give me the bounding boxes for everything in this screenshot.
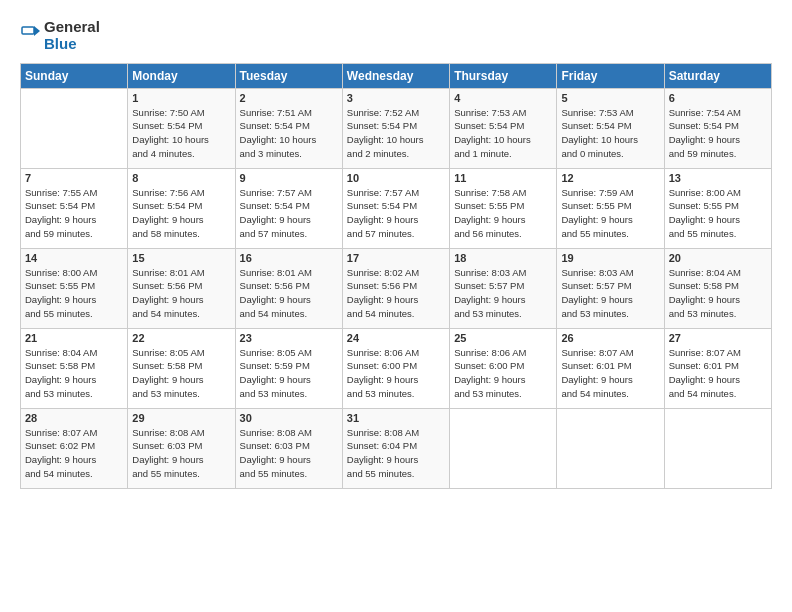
cell-content: Sunrise: 7:51 AMSunset: 5:54 PMDaylight:… (240, 106, 338, 161)
cell-content: Sunrise: 8:07 AMSunset: 6:01 PMDaylight:… (669, 346, 767, 401)
cell-content: Sunrise: 7:52 AMSunset: 5:54 PMDaylight:… (347, 106, 445, 161)
week-row-1: 1Sunrise: 7:50 AMSunset: 5:54 PMDaylight… (21, 88, 772, 168)
weekday-header-row: SundayMondayTuesdayWednesdayThursdayFrid… (21, 63, 772, 88)
cell-content: Sunrise: 8:06 AMSunset: 6:00 PMDaylight:… (347, 346, 445, 401)
daylight-text: Daylight: 9 hoursand 55 minutes. (25, 293, 123, 321)
sunset-text: Sunset: 6:01 PM (669, 359, 767, 373)
day-number: 25 (454, 332, 552, 344)
calendar-cell: 15Sunrise: 8:01 AMSunset: 5:56 PMDayligh… (128, 248, 235, 328)
week-row-3: 14Sunrise: 8:00 AMSunset: 5:55 PMDayligh… (21, 248, 772, 328)
sunset-text: Sunset: 5:54 PM (347, 199, 445, 213)
cell-content: Sunrise: 7:54 AMSunset: 5:54 PMDaylight:… (669, 106, 767, 161)
daylight-text: Daylight: 10 hoursand 4 minutes. (132, 133, 230, 161)
cell-content: Sunrise: 7:58 AMSunset: 5:55 PMDaylight:… (454, 186, 552, 241)
calendar-cell: 13Sunrise: 8:00 AMSunset: 5:55 PMDayligh… (664, 168, 771, 248)
day-number: 12 (561, 172, 659, 184)
calendar-cell (450, 408, 557, 488)
calendar-cell: 23Sunrise: 8:05 AMSunset: 5:59 PMDayligh… (235, 328, 342, 408)
daylight-text: Daylight: 9 hoursand 54 minutes. (561, 373, 659, 401)
sunset-text: Sunset: 5:54 PM (669, 119, 767, 133)
daylight-text: Daylight: 9 hoursand 54 minutes. (132, 293, 230, 321)
cell-content: Sunrise: 7:50 AMSunset: 5:54 PMDaylight:… (132, 106, 230, 161)
daylight-text: Daylight: 9 hoursand 53 minutes. (240, 373, 338, 401)
cell-content: Sunrise: 8:02 AMSunset: 5:56 PMDaylight:… (347, 266, 445, 321)
calendar-cell: 2Sunrise: 7:51 AMSunset: 5:54 PMDaylight… (235, 88, 342, 168)
sunrise-text: Sunrise: 7:51 AM (240, 106, 338, 120)
sunset-text: Sunset: 5:56 PM (240, 279, 338, 293)
weekday-header-friday: Friday (557, 63, 664, 88)
week-row-5: 28Sunrise: 8:07 AMSunset: 6:02 PMDayligh… (21, 408, 772, 488)
calendar-cell: 27Sunrise: 8:07 AMSunset: 6:01 PMDayligh… (664, 328, 771, 408)
daylight-text: Daylight: 9 hoursand 55 minutes. (669, 213, 767, 241)
daylight-text: Daylight: 9 hoursand 53 minutes. (132, 373, 230, 401)
calendar-cell: 20Sunrise: 8:04 AMSunset: 5:58 PMDayligh… (664, 248, 771, 328)
cell-content: Sunrise: 7:53 AMSunset: 5:54 PMDaylight:… (561, 106, 659, 161)
sunrise-text: Sunrise: 8:07 AM (669, 346, 767, 360)
weekday-header-thursday: Thursday (450, 63, 557, 88)
sunrise-text: Sunrise: 8:00 AM (669, 186, 767, 200)
day-number: 28 (25, 412, 123, 424)
sunrise-text: Sunrise: 7:56 AM (132, 186, 230, 200)
sunrise-text: Sunrise: 8:08 AM (132, 426, 230, 440)
cell-content: Sunrise: 7:55 AMSunset: 5:54 PMDaylight:… (25, 186, 123, 241)
day-number: 7 (25, 172, 123, 184)
day-number: 18 (454, 252, 552, 264)
daylight-text: Daylight: 10 hoursand 3 minutes. (240, 133, 338, 161)
cell-content: Sunrise: 8:08 AMSunset: 6:03 PMDaylight:… (132, 426, 230, 481)
day-number: 26 (561, 332, 659, 344)
sunrise-text: Sunrise: 8:07 AM (25, 426, 123, 440)
day-number: 4 (454, 92, 552, 104)
cell-content: Sunrise: 8:00 AMSunset: 5:55 PMDaylight:… (25, 266, 123, 321)
logo-text: General Blue (44, 18, 100, 53)
day-number: 21 (25, 332, 123, 344)
day-number: 27 (669, 332, 767, 344)
daylight-text: Daylight: 9 hoursand 54 minutes. (25, 453, 123, 481)
sunrise-text: Sunrise: 7:57 AM (240, 186, 338, 200)
week-row-4: 21Sunrise: 8:04 AMSunset: 5:58 PMDayligh… (21, 328, 772, 408)
sunset-text: Sunset: 6:00 PM (347, 359, 445, 373)
calendar-page: General Blue SundayMondayTuesdayWednesda… (0, 0, 792, 612)
week-row-2: 7Sunrise: 7:55 AMSunset: 5:54 PMDaylight… (21, 168, 772, 248)
weekday-header-monday: Monday (128, 63, 235, 88)
calendar-cell: 9Sunrise: 7:57 AMSunset: 5:54 PMDaylight… (235, 168, 342, 248)
sunrise-text: Sunrise: 7:57 AM (347, 186, 445, 200)
calendar-cell: 8Sunrise: 7:56 AMSunset: 5:54 PMDaylight… (128, 168, 235, 248)
sunset-text: Sunset: 5:54 PM (561, 119, 659, 133)
cell-content: Sunrise: 8:05 AMSunset: 5:59 PMDaylight:… (240, 346, 338, 401)
calendar-cell: 12Sunrise: 7:59 AMSunset: 5:55 PMDayligh… (557, 168, 664, 248)
sunset-text: Sunset: 6:01 PM (561, 359, 659, 373)
calendar-cell: 29Sunrise: 8:08 AMSunset: 6:03 PMDayligh… (128, 408, 235, 488)
daylight-text: Daylight: 10 hoursand 0 minutes. (561, 133, 659, 161)
daylight-text: Daylight: 9 hoursand 57 minutes. (347, 213, 445, 241)
calendar-cell: 6Sunrise: 7:54 AMSunset: 5:54 PMDaylight… (664, 88, 771, 168)
day-number: 1 (132, 92, 230, 104)
sunset-text: Sunset: 5:58 PM (669, 279, 767, 293)
day-number: 14 (25, 252, 123, 264)
weekday-header-saturday: Saturday (664, 63, 771, 88)
day-number: 31 (347, 412, 445, 424)
daylight-text: Daylight: 9 hoursand 57 minutes. (240, 213, 338, 241)
cell-content: Sunrise: 8:06 AMSunset: 6:00 PMDaylight:… (454, 346, 552, 401)
cell-content: Sunrise: 7:57 AMSunset: 5:54 PMDaylight:… (347, 186, 445, 241)
sunrise-text: Sunrise: 7:53 AM (454, 106, 552, 120)
sunset-text: Sunset: 6:02 PM (25, 439, 123, 453)
weekday-header-sunday: Sunday (21, 63, 128, 88)
daylight-text: Daylight: 9 hoursand 55 minutes. (561, 213, 659, 241)
sunrise-text: Sunrise: 8:02 AM (347, 266, 445, 280)
sunset-text: Sunset: 5:55 PM (669, 199, 767, 213)
cell-content: Sunrise: 7:57 AMSunset: 5:54 PMDaylight:… (240, 186, 338, 241)
day-number: 2 (240, 92, 338, 104)
svg-rect-1 (22, 27, 34, 34)
sunrise-text: Sunrise: 7:52 AM (347, 106, 445, 120)
daylight-text: Daylight: 9 hoursand 54 minutes. (669, 373, 767, 401)
daylight-text: Daylight: 9 hoursand 59 minutes. (25, 213, 123, 241)
weekday-header-wednesday: Wednesday (342, 63, 449, 88)
calendar-cell: 16Sunrise: 8:01 AMSunset: 5:56 PMDayligh… (235, 248, 342, 328)
logo-icon (20, 24, 42, 46)
day-number: 3 (347, 92, 445, 104)
calendar-cell: 31Sunrise: 8:08 AMSunset: 6:04 PMDayligh… (342, 408, 449, 488)
logo-container: General Blue (20, 18, 100, 53)
calendar-cell: 28Sunrise: 8:07 AMSunset: 6:02 PMDayligh… (21, 408, 128, 488)
day-number: 17 (347, 252, 445, 264)
cell-content: Sunrise: 8:03 AMSunset: 5:57 PMDaylight:… (454, 266, 552, 321)
